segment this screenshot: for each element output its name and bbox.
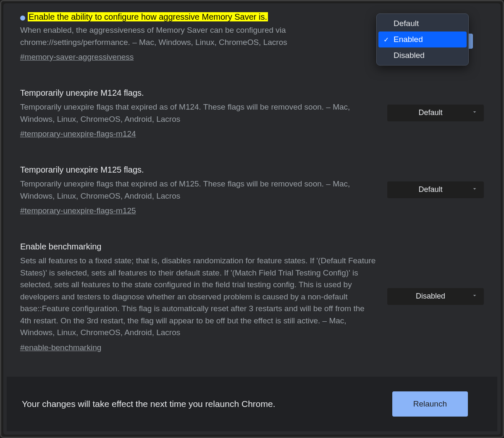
flag-description: Temporarily unexpire flags that expired … bbox=[20, 101, 377, 125]
flag-dropdown[interactable]: Default bbox=[387, 181, 484, 198]
flag-anchor-link[interactable]: #enable-benchmarking bbox=[20, 343, 101, 352]
dropdown-value: Default bbox=[418, 108, 442, 117]
chevron-down-icon bbox=[471, 185, 478, 194]
flag-anchor-link[interactable]: #memory-saver-aggressiveness bbox=[20, 52, 134, 62]
dropdown-option-disabled[interactable]: Disabled bbox=[378, 47, 467, 63]
flag-title-row: Enable the ability to configure how aggr… bbox=[20, 11, 377, 23]
flag-title: Enable the ability to configure how aggr… bbox=[28, 12, 268, 21]
flag-text: Temporarily unexpire M125 flags. Tempora… bbox=[20, 164, 377, 215]
flag-anchor-link[interactable]: #temporary-unexpire-flags-m125 bbox=[20, 206, 136, 215]
flag-text: Enable benchmarking Sets all features to… bbox=[20, 241, 377, 352]
chevron-down-icon bbox=[471, 292, 478, 301]
flag-item: Enable benchmarking Sets all features to… bbox=[20, 232, 484, 369]
flag-title: Temporarily unexpire M124 flags. bbox=[20, 87, 377, 99]
flag-title: Temporarily unexpire M125 flags. bbox=[20, 164, 377, 176]
modified-indicator-icon bbox=[20, 16, 25, 21]
flag-description: When enabled, the aggressiveness of Memo… bbox=[20, 24, 377, 48]
dropdown-option-enabled[interactable]: Enabled bbox=[378, 31, 467, 47]
dropdown-option-default[interactable]: Default bbox=[378, 16, 467, 31]
dropdown-value: Disabled bbox=[416, 292, 445, 301]
flag-item: Temporarily unexpire M125 flags. Tempora… bbox=[20, 155, 484, 232]
flag-control: Default bbox=[387, 181, 484, 198]
relaunch-button[interactable]: Relaunch bbox=[392, 391, 468, 417]
footer-message: Your changes will take effect the next t… bbox=[22, 399, 276, 409]
flag-title: Enable benchmarking bbox=[20, 241, 377, 252]
chevron-down-icon bbox=[471, 108, 478, 117]
flag-item: Temporarily unexpire M124 flags. Tempora… bbox=[20, 79, 484, 155]
flag-text: Enable the ability to configure how aggr… bbox=[20, 11, 377, 62]
dropdown-panel: Default Enabled Disabled bbox=[376, 13, 469, 66]
relaunch-footer: Your changes will take effect the next t… bbox=[7, 377, 497, 431]
flag-dropdown[interactable]: Disabled bbox=[387, 288, 484, 305]
flag-description: Temporarily unexpire flags that expired … bbox=[20, 178, 377, 202]
flag-control: Default bbox=[387, 105, 484, 121]
flag-description: Sets all features to a fixed state; that… bbox=[20, 255, 377, 339]
flag-dropdown[interactable]: Default bbox=[387, 105, 484, 121]
flag-text: Temporarily unexpire M124 flags. Tempora… bbox=[20, 87, 377, 139]
flag-control: Disabled bbox=[387, 288, 484, 305]
dropdown-value: Default bbox=[418, 185, 442, 194]
flag-anchor-link[interactable]: #temporary-unexpire-flags-m124 bbox=[20, 129, 136, 139]
